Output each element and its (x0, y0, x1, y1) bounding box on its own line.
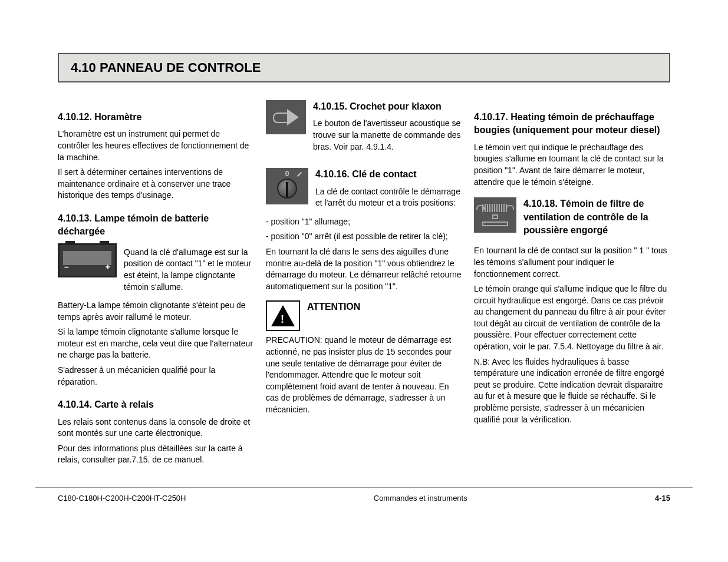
ignition-key-icon: 0 (266, 168, 308, 204)
heading-ignition: 4.10.16. Clé de contact (315, 168, 462, 181)
heading-preheat: 4.10.17. Heating témoin de préchauffage … (474, 111, 670, 137)
battery-icon: – + (58, 243, 117, 277)
body-text: Il sert à déterminer certaines intervent… (58, 167, 254, 201)
heading-relay-card: 4.10.14. Carte à relais (58, 398, 254, 411)
heading-horn: 4.10.15. Crochet pour klaxon (313, 100, 462, 113)
body-text: Battery-La lampe témoin clignotante s'ét… (58, 300, 254, 323)
column-3: 4.10.17. Heating témoin de préchauffage … (474, 100, 670, 470)
horn-icon (266, 100, 306, 134)
column-2: 4.10.15. Crochet pour klaxon Le bouton d… (266, 100, 462, 470)
body-text: PRECAUTION: quand le moteur de démarrage… (266, 335, 462, 415)
page-footer: C180-C180H-C200H-C200HT-C250H Commandes … (35, 487, 693, 503)
heading-hourmeter: 4.10.12. Horamètre (58, 111, 254, 124)
body-text: Les relais sont contenus dans la console… (58, 416, 254, 439)
footer-left: C180-C180H-C200H-C200HT-C250H (58, 494, 186, 503)
body-text: N.B: Avec les fluides hydrauliques à bas… (474, 356, 670, 426)
body-text: Le témoin orange qui s'allume indique qu… (474, 283, 670, 353)
list-item: - position "0" arrêt (il est possible de… (266, 231, 462, 243)
footer-page-number: 4-15 (655, 494, 670, 503)
heading-attention: ATTENTION (307, 300, 462, 313)
body-text: Quand la clé d'allumage est sur la posit… (124, 247, 254, 293)
body-text: Pour des informations plus détaillées su… (58, 443, 254, 466)
warning-icon (266, 300, 300, 331)
dust-filter-icon (474, 197, 516, 233)
body-text: La clé de contact contrôle le démarrage … (315, 186, 462, 209)
column-1: 4.10.12. Horamètre L'horamètre est un in… (58, 100, 254, 470)
section-title: 4.10 PANNEAU DE CONTROLE (58, 53, 670, 82)
body-text: Si la lampe témoin clignotante s'allume … (58, 326, 254, 361)
heading-dust-filter: 4.10.18. Témoin de filtre de ventilation… (523, 197, 670, 237)
body-text: L'horamètre est un instrument qui permet… (58, 128, 254, 163)
body-text: En tournant la clé de contact sur la pos… (474, 245, 670, 280)
heading-battery-lamp: 4.10.13. Lampe témoin de batterie déchar… (58, 212, 254, 239)
footer-center: Commandes et instruments (186, 494, 654, 503)
body-text: S'adresser à un mécanicien qualifié pour… (58, 365, 254, 388)
body-text: En tournant la clé dans le sens des aigu… (266, 246, 462, 292)
body-text: Le témoin vert qui indique le préchauffa… (474, 142, 670, 188)
body-text: Le bouton de l'avertisseur acoustique se… (313, 118, 462, 153)
list-item: - position "1" allumage; (266, 216, 462, 228)
